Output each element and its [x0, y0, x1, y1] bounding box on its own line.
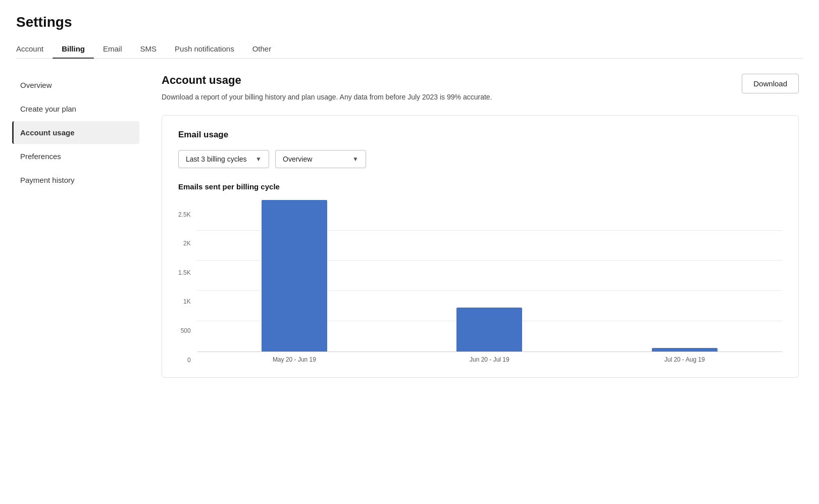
- chart-body: May 20 - Jun 19 Jun 20 - Jul 19 Jul 20 -…: [197, 200, 782, 363]
- bar-group-jul: [587, 200, 782, 351]
- chart-title: Emails sent per billing cycle: [178, 182, 782, 191]
- section-description: Download a report of your billing histor…: [162, 92, 505, 103]
- section-header: Account usage Download a report of your …: [162, 74, 799, 103]
- chart-card: Email usage Last 3 billing cycles ▼ Over…: [162, 115, 799, 378]
- tab-push-notifications[interactable]: Push notifications: [166, 39, 243, 58]
- chart-area: 2.5K 2K 1.5K 1K 500 0: [178, 200, 782, 363]
- bar-jun: [456, 308, 522, 351]
- main-content: Account usage Download a report of your …: [151, 59, 819, 504]
- billing-cycles-dropdown[interactable]: Last 3 billing cycles ▼: [178, 150, 269, 168]
- y-label-500: 500: [181, 328, 191, 334]
- sidebar-item-preferences[interactable]: Preferences: [12, 145, 139, 168]
- tab-other[interactable]: Other: [243, 39, 281, 58]
- bar-may: [262, 200, 327, 351]
- y-label-1000: 1K: [183, 298, 191, 305]
- tab-sms[interactable]: SMS: [131, 39, 166, 58]
- tab-account[interactable]: Account: [16, 39, 53, 58]
- dropdowns-row: Last 3 billing cycles ▼ Overview ▼: [178, 150, 782, 168]
- x-axis-labels: May 20 - Jun 19 Jun 20 - Jul 19 Jul 20 -…: [197, 356, 782, 363]
- tab-billing[interactable]: Billing: [53, 39, 94, 58]
- y-label-2500: 2.5K: [178, 212, 191, 218]
- y-axis: 2.5K 2K 1.5K 1K 500 0: [178, 212, 197, 363]
- x-label-jun: Jun 20 - Jul 19: [392, 356, 587, 363]
- billing-cycles-dropdown-label: Last 3 billing cycles: [186, 155, 247, 163]
- bar-group-jun: [392, 200, 587, 351]
- chevron-down-icon: ▼: [255, 156, 262, 163]
- sidebar-item-payment-history[interactable]: Payment history: [12, 169, 139, 191]
- x-label-jul: Jul 20 - Aug 19: [587, 356, 782, 363]
- chart-bars-container: [197, 200, 782, 351]
- sidebar-item-create-your-plan[interactable]: Create your plan: [12, 97, 139, 120]
- sidebar-item-overview[interactable]: Overview: [12, 74, 139, 96]
- chart-baseline: [197, 351, 782, 352]
- sidebar: Overview Create your plan Account usage …: [0, 59, 151, 504]
- overview-dropdown[interactable]: Overview ▼: [275, 150, 366, 168]
- page-title: Settings: [16, 14, 803, 30]
- download-button[interactable]: Download: [742, 74, 799, 93]
- chevron-down-icon: ▼: [352, 156, 359, 163]
- x-label-may: May 20 - Jun 19: [197, 356, 392, 363]
- tab-email[interactable]: Email: [94, 39, 131, 58]
- section-header-text: Account usage Download a report of your …: [162, 74, 730, 103]
- bar-jul: [652, 348, 718, 351]
- y-label-0: 0: [187, 357, 191, 363]
- bars-row: [197, 200, 782, 351]
- section-title: Account usage: [162, 74, 730, 87]
- layout: Overview Create your plan Account usage …: [0, 59, 819, 504]
- page-header: Settings Account Billing Email SMS Push …: [0, 0, 819, 59]
- overview-dropdown-label: Overview: [283, 155, 312, 163]
- tabs-bar: Account Billing Email SMS Push notificat…: [16, 39, 803, 59]
- y-label-2000: 2K: [183, 240, 191, 246]
- bar-group-may: [197, 200, 392, 351]
- email-usage-label: Email usage: [178, 130, 782, 140]
- y-label-1500: 1.5K: [178, 270, 191, 276]
- sidebar-item-account-usage[interactable]: Account usage: [12, 121, 139, 144]
